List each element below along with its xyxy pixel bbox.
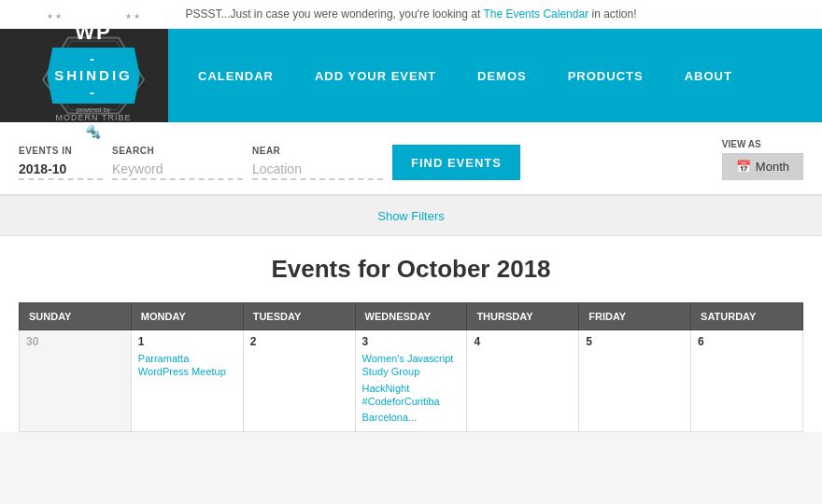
search-label: SEARCH — [112, 146, 243, 156]
search-input[interactable] — [112, 160, 243, 180]
nav-item-about[interactable]: ABOUT — [664, 29, 753, 122]
col-friday: FRIDAY — [579, 303, 691, 330]
logo-stars-top: ★ ★ ★ ★ — [47, 12, 140, 21]
day-number: 6 — [698, 335, 796, 348]
logo-wp: WP — [47, 21, 140, 45]
near-label: NEAR — [252, 146, 383, 156]
nav-item-add-event[interactable]: ADD YOUR EVENT — [294, 29, 457, 122]
logo-shindig: - SHINDIG - — [54, 50, 133, 100]
find-events-button[interactable]: FIND EVENTS — [392, 145, 520, 180]
calendar-cell: 2 — [243, 330, 355, 432]
day-number: 1 — [138, 335, 236, 348]
calendar-cell: 6 — [691, 330, 803, 432]
logo-text-overlay: ★ ★ ★ ★ WP - SHINDIG - powered by MODERN… — [47, 12, 140, 139]
col-saturday: SATURDAY — [691, 303, 803, 330]
main-nav: CALENDAR ADD YOUR EVENT DEMOS PRODUCTS A… — [168, 29, 822, 122]
main-content: Events for October 2018 SUNDAY MONDAY TU… — [0, 236, 822, 432]
calendar-cell: 1Parramatta WordPress Meetup — [131, 330, 243, 432]
col-monday: MONDAY — [131, 303, 243, 330]
calendar-row: 301Parramatta WordPress Meetup23Women's … — [20, 330, 803, 432]
calendar-icon: 📅 — [736, 160, 751, 174]
search-fields: EVENTS IN SEARCH NEAR FIND EVENTS VIEW A… — [19, 139, 803, 180]
banner-text: PSSST...Just in case you were wondering,… — [185, 7, 483, 21]
col-wednesday: WEDNESDAY — [355, 303, 467, 330]
view-as-section: VIEW AS 📅 Month — [722, 139, 803, 180]
day-number: 30 — [26, 335, 124, 348]
view-as-label: VIEW AS — [722, 139, 803, 149]
col-sunday: SUNDAY — [20, 303, 132, 330]
nav-item-products[interactable]: PRODUCTS — [547, 29, 664, 122]
calendar-cell: 30 — [20, 330, 132, 432]
events-in-label: EVENTS IN — [19, 146, 103, 156]
events-calendar-link[interactable]: The Events Calendar — [483, 7, 588, 21]
events-in-input[interactable] — [19, 160, 103, 180]
events-title: Events for October 2018 — [19, 255, 803, 284]
nav-item-demos[interactable]: DEMOS — [457, 29, 547, 122]
event-link[interactable]: Parramatta WordPress Meetup — [138, 352, 236, 379]
day-number: 4 — [474, 335, 572, 348]
view-as-options: 📅 Month — [722, 153, 803, 180]
day-number: 3 — [362, 335, 461, 348]
calendar-cell: 3Women's Javascript Study GroupHackNight… — [355, 330, 467, 432]
calendar-header-row: SUNDAY MONDAY TUESDAY WEDNESDAY THURSDAY… — [20, 303, 803, 330]
near-input[interactable] — [252, 160, 383, 180]
nav-item-calendar[interactable]: CALENDAR — [177, 29, 294, 122]
events-in-group: EVENTS IN — [19, 146, 103, 180]
calendar-header: SUNDAY MONDAY TUESDAY WEDNESDAY THURSDAY… — [20, 303, 803, 330]
calendar-body: 301Parramatta WordPress Meetup23Women's … — [20, 330, 803, 432]
day-number: 2 — [250, 335, 348, 348]
view-month-label: Month — [756, 160, 789, 174]
calendar-table: SUNDAY MONDAY TUESDAY WEDNESDAY THURSDAY… — [19, 302, 803, 432]
event-link[interactable]: HackNight #CodeforCuritiba — [362, 382, 461, 409]
event-link[interactable]: Barcelona... — [362, 411, 461, 424]
near-group: NEAR — [252, 146, 383, 180]
header: ★ ★ ★ ★ WP - SHINDIG - powered by MODERN… — [0, 29, 822, 122]
search-group: SEARCH — [112, 146, 243, 180]
col-tuesday: TUESDAY — [243, 303, 355, 330]
logo-powered-by: powered by — [47, 106, 140, 113]
view-month-button[interactable]: 📅 Month — [722, 153, 803, 180]
event-link[interactable]: Women's Javascript Study Group — [362, 352, 461, 379]
logo-modern-tribe: MODERN TRIBE — [47, 113, 140, 122]
col-thursday: THURSDAY — [467, 303, 579, 330]
show-filters-bar: Show Filters — [0, 196, 822, 236]
show-filters-link[interactable]: Show Filters — [377, 209, 445, 223]
banner-text-after: in action! — [588, 7, 636, 21]
logo: ★ ★ ★ ★ WP - SHINDIG - powered by MODERN… — [19, 34, 168, 118]
calendar-cell: 5 — [579, 330, 691, 432]
day-number: 5 — [586, 335, 684, 348]
calendar-cell: 4 — [467, 330, 579, 432]
